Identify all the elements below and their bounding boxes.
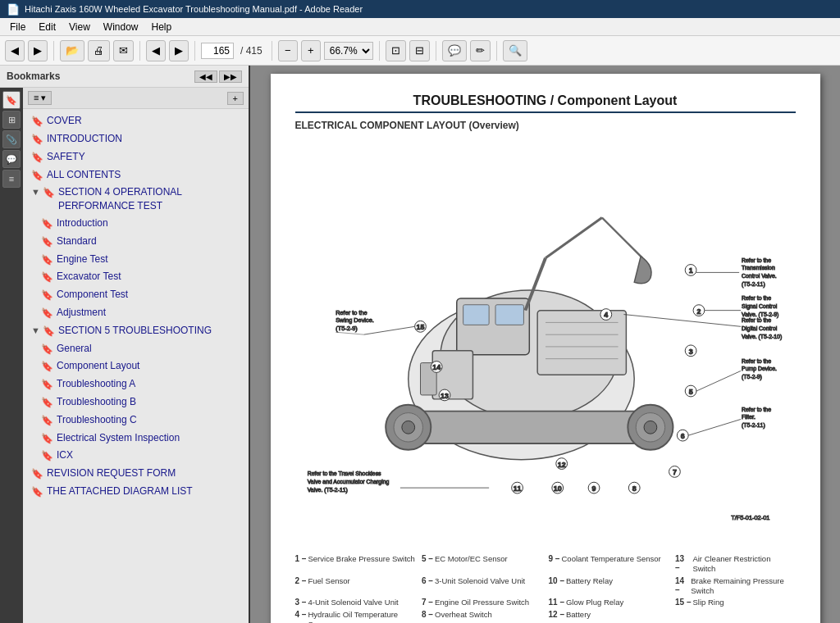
- svg-text:Valve and Accumulator Charging: Valve and Accumulator Charging: [307, 479, 389, 485]
- svg-text:(T5-2-9): (T5-2-9): [336, 325, 358, 332]
- bookmarks-new-btn[interactable]: +: [227, 92, 244, 105]
- bookmark-troubleshooting-a[interactable]: 🔖 Troubleshooting A: [23, 375, 249, 393]
- svg-text:Valve. (T5-2-9): Valve. (T5-2-9): [742, 312, 778, 318]
- svg-rect-10: [432, 351, 472, 399]
- bookmark-excavator-test[interactable]: 🔖 Excavator Test: [23, 268, 249, 286]
- bookmark-troubleshooting-c[interactable]: 🔖 Troubleshooting C: [23, 412, 249, 430]
- layers-tab[interactable]: ≡: [2, 170, 21, 188]
- bookmark-engine-test[interactable]: 🔖 Engine Test: [23, 251, 249, 269]
- expand-btn[interactable]: ▶▶: [219, 70, 242, 83]
- menu-window[interactable]: Window: [97, 20, 145, 34]
- page-total: / 415: [237, 45, 266, 57]
- legend-14: 14 – Brake Remaining Pressure Switch: [675, 576, 796, 597]
- menu-edit[interactable]: Edit: [32, 20, 62, 34]
- comment-btn[interactable]: 💬: [442, 40, 467, 61]
- markup-btn[interactable]: ✏: [470, 40, 491, 61]
- bookmark-section5[interactable]: ▼ 🔖 SECTION 5 TROUBLESHOOTING: [23, 322, 249, 340]
- bookmark-icon: 🔖: [31, 467, 43, 481]
- svg-text:9: 9: [591, 484, 596, 493]
- bookmark-adjustment[interactable]: 🔖 Adjustment: [23, 304, 249, 322]
- bookmark-electrical-inspection[interactable]: 🔖 Electrical System Inspection: [23, 430, 249, 448]
- next-page-btn[interactable]: ▶: [169, 40, 189, 61]
- legend-area: 1 – Service Brake Pressure Switch 5 – EC…: [295, 554, 796, 623]
- bookmark-icx[interactable]: 🔖 ICX: [23, 447, 249, 465]
- bookmarks-toolbar: ≡ ▾ +: [23, 88, 249, 109]
- find-btn[interactable]: 🔍: [503, 40, 527, 61]
- bookmark-intro-sub[interactable]: 🔖 Introduction: [23, 215, 249, 233]
- bookmark-label: Introduction: [57, 216, 244, 230]
- menu-file[interactable]: File: [3, 20, 32, 34]
- back-btn[interactable]: ◀: [5, 40, 25, 61]
- svg-text:Refer to the: Refer to the: [742, 295, 771, 301]
- bookmark-cover[interactable]: 🔖 COVER: [23, 112, 249, 130]
- svg-text:Valve. (T5-2-10): Valve. (T5-2-10): [742, 334, 782, 340]
- content-area: TROUBLESHOOTING / Component Layout ELECT…: [250, 66, 840, 623]
- open-btn[interactable]: 📂: [60, 40, 84, 61]
- bookmark-label: Troubleshooting B: [57, 395, 244, 409]
- fit-page-btn[interactable]: ⊡: [386, 40, 406, 61]
- print-btn[interactable]: 🖨: [88, 40, 110, 61]
- comments-tab[interactable]: 💬: [2, 150, 21, 168]
- bookmarks-options-btn[interactable]: ≡ ▾: [28, 91, 52, 105]
- svg-text:7: 7: [672, 468, 676, 476]
- bookmarks-title: Bookmarks: [7, 70, 60, 82]
- bookmark-icon: 🔖: [43, 325, 55, 339]
- legend-2: 2 – Fuel Sensor: [295, 576, 416, 597]
- bookmarks-tab[interactable]: 🔖: [2, 91, 21, 109]
- bookmark-icon: 🔖: [41, 432, 53, 446]
- forward-btn[interactable]: ▶: [28, 40, 48, 61]
- svg-line-56: [336, 332, 363, 334]
- collapse-btn[interactable]: ◀◀: [194, 70, 217, 83]
- bookmark-label: INTRODUCTION: [47, 132, 244, 146]
- attachments-tab[interactable]: 📎: [2, 130, 21, 148]
- sidebar-wrapper: 🔖 ⊞ 📎 💬 ≡ ≡ ▾ + 🔖 COVER �: [0, 88, 249, 623]
- bookmark-section4[interactable]: ▼ 🔖 SECTION 4 OPERATIONAL PERFORMANCE TE…: [23, 184, 249, 215]
- bookmark-troubleshooting-b[interactable]: 🔖 Troubleshooting B: [23, 393, 249, 412]
- bookmark-label: THE ATTACHED DIAGRAM LIST: [47, 484, 244, 498]
- svg-text:(T5-2-9): (T5-2-9): [742, 374, 762, 380]
- zoom-in-btn[interactable]: +: [301, 40, 321, 61]
- email-btn[interactable]: ✉: [113, 40, 134, 61]
- page-title-bar: TROUBLESHOOTING / Component Layout: [295, 93, 796, 113]
- bookmark-component-layout[interactable]: 🔖 Component Layout: [23, 357, 249, 375]
- bookmark-attached-diagram[interactable]: 🔖 THE ATTACHED DIAGRAM LIST: [23, 483, 249, 501]
- svg-text:8: 8: [632, 484, 636, 493]
- zoom-out-btn[interactable]: −: [278, 40, 298, 61]
- bookmark-safety[interactable]: 🔖 SAFETY: [23, 148, 249, 166]
- svg-text:(T5-2-11): (T5-2-11): [742, 422, 765, 429]
- bookmark-label: Troubleshooting C: [57, 413, 244, 427]
- fit-width-btn[interactable]: ⊟: [409, 40, 430, 61]
- legend-3: 3 – 4-Unit Solenoid Valve Unit: [295, 598, 416, 607]
- svg-text:Refer to the: Refer to the: [742, 407, 771, 412]
- menu-help[interactable]: Help: [145, 20, 179, 34]
- legend-4: 4 – Hydraulic Oil Temperature Sensor: [295, 610, 416, 623]
- prev-page-btn[interactable]: ◀: [146, 40, 166, 61]
- pages-tab[interactable]: ⊞: [2, 111, 21, 129]
- bookmark-introduction[interactable]: 🔖 INTRODUCTION: [23, 130, 249, 148]
- menu-view[interactable]: View: [62, 20, 97, 34]
- bookmark-component-test[interactable]: 🔖 Component Test: [23, 286, 249, 304]
- title-bar: 📄 Hitachi Zaxis 160W Wheeled Excavator T…: [0, 0, 840, 18]
- bookmark-standard[interactable]: 🔖 Standard: [23, 233, 249, 251]
- page-number-input[interactable]: 165: [201, 43, 234, 59]
- separator-6: [436, 41, 436, 61]
- legend-8: 8 – Overheat Switch: [422, 610, 542, 623]
- zoom-select[interactable]: 66.7% 75% 100% 125%: [324, 42, 373, 60]
- sidebar: Bookmarks ◀◀ ▶▶ 🔖 ⊞ 📎 💬 ≡ ≡ ▾ +: [0, 66, 250, 623]
- bookmark-all-contents[interactable]: 🔖 ALL CONTENTS: [23, 166, 249, 184]
- legend-9: 9 – Coolant Temperature Sensor: [549, 554, 669, 575]
- toggle-icon[interactable]: ▼: [31, 186, 40, 198]
- legend-15: 15 – Slip Ring: [675, 598, 796, 607]
- svg-text:13: 13: [441, 392, 449, 400]
- toggle-icon[interactable]: ▼: [31, 325, 40, 337]
- bookmark-icon: 🔖: [41, 449, 53, 463]
- bookmark-revision[interactable]: 🔖 REVISION REQUEST FORM: [23, 465, 249, 483]
- bookmark-icon: 🔖: [31, 169, 43, 183]
- bookmark-icon: 🔖: [41, 253, 53, 267]
- legend-10: 10 – Battery Relay: [549, 576, 669, 597]
- bookmark-general[interactable]: 🔖 General: [23, 340, 249, 358]
- bookmark-label: SAFETY: [47, 150, 244, 164]
- bookmark-label: Component Test: [57, 288, 244, 302]
- page-subtitle: ELECTRICAL COMPONENT LAYOUT (Overview): [295, 120, 796, 131]
- svg-text:1: 1: [688, 266, 692, 275]
